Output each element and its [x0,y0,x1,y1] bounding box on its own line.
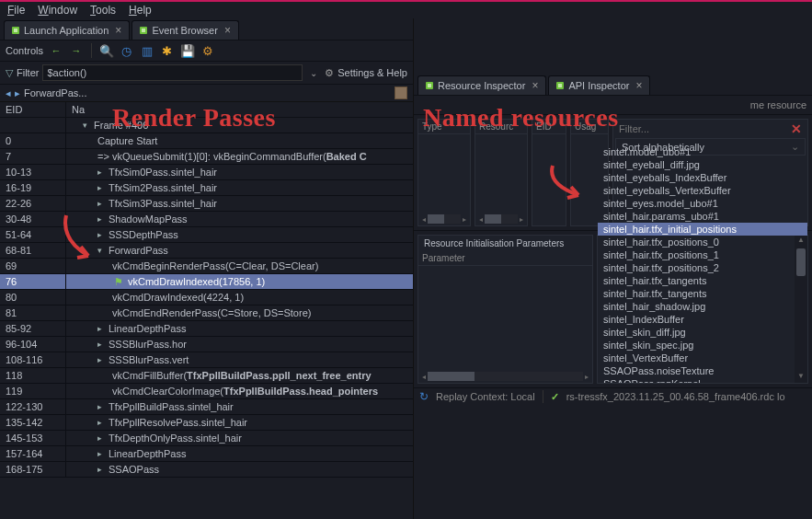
scroll-thumb[interactable] [796,248,806,276]
chart-icon[interactable]: ▥ [140,43,154,58]
col-parameter[interactable]: Parameter [418,251,592,266]
event-row[interactable]: 22-26TfxSim3Pass.sintel_hair [0,196,413,212]
resource-item[interactable]: sintel_hair.tfx_positions_0 [598,236,807,248]
expand-icon[interactable] [97,355,107,364]
tab-api-inspector[interactable]: API Inspector × [548,75,650,95]
find-icon[interactable]: 🔍 [99,43,114,58]
resource-list[interactable]: sintel.model_ubo#1sintel_eyeball_diff.jp… [598,145,807,383]
menu-window[interactable]: Window [38,4,77,17]
expand-icon[interactable] [97,167,107,177]
tab-launch-application[interactable]: Launch Application × [4,20,130,40]
resource-item[interactable]: sintel_hair.params_ubo#1 [598,210,807,223]
event-row[interactable]: 7=> vkQueueSubmit(1)[0]: vkBeginCommandB… [0,149,413,165]
edit-icon[interactable] [395,86,407,99]
event-tree[interactable]: Frame #4060Capture Start7=> vkQueueSubmi… [0,118,413,519]
expand-icon[interactable] [97,214,107,224]
resource-item[interactable]: SSAOPass.rngKernel [598,377,807,383]
expand-icon[interactable] [97,183,107,192]
resource-item[interactable]: sintel_IndexBuffer [598,313,807,326]
event-row[interactable]: 69vkCmdBeginRenderPass(C=Clear, DS=Clear… [0,259,413,274]
close-icon[interactable]: × [224,24,231,37]
clock-icon[interactable]: ◷ [120,43,134,58]
close-icon[interactable]: × [115,24,121,37]
col-name[interactable]: Na [66,102,413,117]
event-row[interactable]: 51-64SSSDepthPass [0,227,413,243]
expand-icon[interactable] [97,230,107,239]
tab-resource-inspector[interactable]: Resource Inspector × [417,75,546,95]
resource-item[interactable]: sintel_VertexBuffer [598,352,807,364]
event-row[interactable]: 135-142TfxPpllResolvePass.sintel_hair [0,415,413,431]
event-row[interactable]: 76⚑vkCmdDrawIndexed(17856, 1) [0,274,413,290]
event-row[interactable]: 0Capture Start [0,133,413,149]
clear-filter-icon[interactable]: ✕ [791,121,802,136]
col-resource[interactable]: Resourc [475,120,527,134]
settings-help-button[interactable]: ⚙ Settings & Help [325,67,407,79]
event-row[interactable]: Frame #406 [0,118,413,133]
breadcrumb-left-icon[interactable]: ◂ [6,87,11,99]
resource-item[interactable]: sintel.model_ubo#1 [598,145,807,158]
expand-icon[interactable] [97,340,107,349]
resource-item[interactable]: sintel_eyeballs_IndexBuffer [598,171,807,184]
breadcrumb-text[interactable]: ForwardPas... [24,87,86,98]
event-row[interactable]: 68-81ForwardPass [0,243,413,259]
resource-item[interactable]: sintel_hair.tfx_initial_positions [598,223,807,236]
scroll-up-icon[interactable]: ▲ [795,236,807,247]
expand-icon[interactable] [97,433,107,443]
resource-item[interactable]: sintel_eyes.model_ubo#1 [598,197,807,210]
expand-icon[interactable] [97,402,107,411]
expand-icon[interactable] [83,121,92,130]
expand-icon[interactable] [97,199,107,208]
event-row[interactable]: 157-164LinearDepthPass [0,446,413,462]
filter-input[interactable] [42,64,303,81]
col-type[interactable]: Type [418,120,470,134]
resource-item[interactable]: sintel_hair.tfx_positions_2 [598,261,807,274]
resource-item[interactable]: sintel_hair_shadow.jpg [598,300,807,313]
expand-icon[interactable] [97,465,107,474]
bookmark-icon[interactable]: ✱ [160,43,175,58]
prev-event-icon[interactable]: ← [49,43,63,58]
event-row[interactable]: 119vkCmdClearColorImage( TfxPpllBuildPas… [0,384,413,399]
extensions-icon[interactable]: ⚙ [200,43,215,58]
close-icon[interactable]: × [635,79,642,92]
resource-item[interactable]: sintel_skin_spec.jpg [598,339,807,352]
resource-item[interactable]: sintel_eyeball_diff.jpg [598,158,807,171]
chevron-down-icon[interactable]: ⌄ [306,68,321,78]
event-row[interactable]: 80vkCmdDrawIndexed(4224, 1) [0,290,413,306]
col-usage[interactable]: Usag [571,120,608,134]
next-event-icon[interactable]: → [69,43,84,58]
resource-item[interactable]: sintel_skin_diff.jpg [598,326,807,339]
event-row[interactable]: 81vkCmdEndRenderPass(C=Store, DS=Store) [0,306,413,321]
col-eid[interactable]: EID [532,120,566,134]
close-icon[interactable]: × [532,79,538,92]
event-row[interactable]: 118vkCmdFillBuffer( TfxPpllBuildPass.ppl… [0,368,413,384]
col-eid[interactable]: EID [0,102,66,117]
expand-icon[interactable] [97,246,107,255]
resource-item[interactable]: SSAOPass.noiseTexture [598,364,807,377]
resource-item[interactable]: sintel_hair.tfx_positions_1 [598,248,807,261]
resource-item[interactable]: sintel_hair.tfx_tangents [598,287,807,300]
sync-icon[interactable]: ↻ [419,390,429,403]
event-row[interactable]: 145-153TfxDepthOnlyPass.sintel_hair [0,431,413,446]
resource-item[interactable]: sintel_hair.tfx_tangents [598,274,807,287]
resource-filter-input[interactable] [619,123,785,134]
event-row[interactable]: 168-175SSAOPass [0,462,413,478]
menu-tools[interactable]: Tools [90,4,116,17]
event-row[interactable]: 10-13TfxSim0Pass.sintel_hair [0,165,413,180]
scrollbar[interactable]: ▲ ▼ [795,236,807,383]
event-row[interactable]: 16-19TfxSim2Pass.sintel_hair [0,180,413,196]
breadcrumb-right-icon[interactable]: ▸ [15,87,20,99]
event-row[interactable]: 122-130TfxPpllBuildPass.sintel_hair [0,399,413,415]
event-row[interactable]: 108-116SSSBlurPass.vert [0,352,413,368]
menu-file[interactable]: File [7,4,25,17]
tab-event-browser[interactable]: Event Browser × [132,20,239,40]
menu-help[interactable]: Help [129,4,152,17]
save-icon[interactable]: 💾 [180,43,195,58]
expand-icon[interactable] [97,418,107,427]
event-row[interactable]: 30-48ShadowMapPass [0,212,413,227]
expand-icon[interactable] [97,449,107,458]
event-row[interactable]: 96-104SSSBlurPass.hor [0,337,413,352]
resource-item[interactable]: sintel_eyeballs_VertexBuffer [598,184,807,197]
expand-icon[interactable] [97,324,107,333]
scroll-down-icon[interactable]: ▼ [795,372,807,383]
event-row[interactable]: 85-92LinearDepthPass [0,321,413,337]
